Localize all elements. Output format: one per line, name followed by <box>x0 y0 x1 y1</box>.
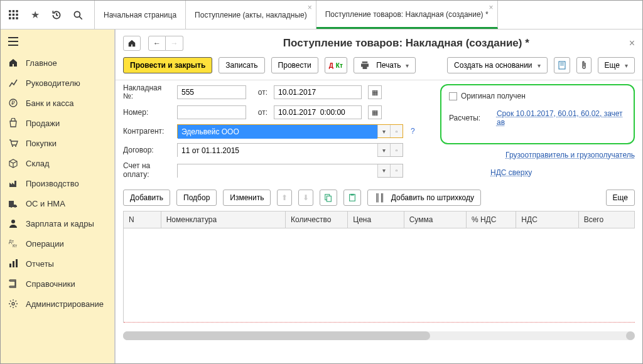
dropdown-icon[interactable]: ▾ <box>377 144 390 156</box>
close-icon[interactable]: × <box>308 3 312 12</box>
bars-icon <box>8 259 18 269</box>
svg-rect-30 <box>351 194 354 196</box>
contract-input[interactable] <box>178 144 377 158</box>
column-header[interactable]: НДС <box>516 211 578 228</box>
sidebar-item-factory[interactable]: Производство <box>1 173 114 193</box>
sidebar-item-truck[interactable]: ОС и НМА <box>1 193 114 213</box>
items-more-button[interactable]: Еще <box>606 190 635 206</box>
svg-rect-28 <box>327 196 332 201</box>
settlements-label: Расчеты: <box>449 114 497 122</box>
svg-rect-5 <box>16 13 18 15</box>
tab-receipts[interactable]: Поступление (акты, накладные)× <box>186 1 316 29</box>
close-icon[interactable]: × <box>489 3 494 12</box>
original-received-checkbox[interactable] <box>449 92 457 100</box>
tab-invoice-create[interactable]: Поступление товаров: Накладная (создание… <box>316 1 498 29</box>
star-icon[interactable]: ★ <box>30 9 41 21</box>
sidebar-item-person[interactable]: Зарплата и кадры <box>1 213 114 233</box>
more-button[interactable]: Еще <box>598 57 635 73</box>
number-input[interactable] <box>177 105 246 119</box>
copy-button[interactable] <box>320 190 337 206</box>
svg-rect-3 <box>9 13 11 15</box>
dropdown-icon[interactable]: ▾ <box>377 164 390 177</box>
search-icon[interactable] <box>72 9 84 21</box>
vat-link[interactable]: НДС сверху <box>490 168 532 177</box>
calendar-icon[interactable]: ▦ <box>368 105 382 119</box>
post-and-close-button[interactable]: Провести и закрыть <box>123 57 212 73</box>
column-header[interactable]: Сумма <box>404 211 467 228</box>
sidebar-item-label: Продажи <box>26 119 60 128</box>
sidebar-item-bag[interactable]: Продажи <box>1 113 114 133</box>
svg-rect-8 <box>16 17 18 19</box>
sidebar-item-bars[interactable]: Отчеты <box>1 254 114 274</box>
pick-button[interactable]: Подбор <box>176 190 217 206</box>
home-icon <box>8 58 18 68</box>
number-label: Номер: <box>123 109 173 117</box>
post-button[interactable]: Провести <box>271 57 318 73</box>
sidebar-item-home[interactable]: Главное <box>1 53 114 73</box>
home-button[interactable] <box>123 36 141 51</box>
open-icon[interactable]: ▫ <box>390 144 403 156</box>
sidebar-item-chart[interactable]: Руководителю <box>1 73 114 93</box>
column-header[interactable]: Количество <box>286 211 348 228</box>
dtkt-button[interactable]: ДКт <box>325 57 347 73</box>
print-button[interactable]: Печать <box>354 57 416 73</box>
move-up-button[interactable]: ⬆ <box>277 190 292 206</box>
ops-icon: ДтКт <box>8 238 18 249</box>
add-by-barcode-button[interactable]: ║║ Добавить по штрихкоду <box>367 190 481 206</box>
svg-rect-0 <box>9 10 11 12</box>
book-icon <box>8 279 18 289</box>
svg-rect-27 <box>325 195 330 200</box>
column-header[interactable]: Всего <box>579 211 635 228</box>
move-down-button[interactable]: ⬇ <box>298 190 313 206</box>
horizontal-scrollbar[interactable] <box>123 331 635 340</box>
help-icon[interactable]: ? <box>411 127 415 136</box>
svg-rect-7 <box>13 17 14 19</box>
add-item-button[interactable]: Добавить <box>123 190 170 206</box>
invoice-date-input[interactable] <box>274 85 362 99</box>
contract-label: Договор: <box>123 146 173 154</box>
settlements-panel: Оригинал получен Расчеты: Срок 10.01.201… <box>440 84 635 144</box>
sidebar-item-gear[interactable]: Администрирование <box>1 294 114 314</box>
open-icon[interactable]: ▫ <box>390 125 403 137</box>
report-button[interactable] <box>554 57 570 73</box>
close-page-button[interactable]: × <box>629 38 635 49</box>
shipper-link[interactable]: Грузоотправитель и грузополучатель <box>505 151 635 159</box>
column-header[interactable]: Цена <box>348 211 404 228</box>
sidebar-item-box[interactable]: Склад <box>1 153 114 173</box>
calendar-icon[interactable]: ▦ <box>368 85 382 99</box>
svg-rect-12 <box>8 45 18 46</box>
svg-point-15 <box>12 146 13 147</box>
counterparty-input[interactable] <box>178 125 377 139</box>
sidebar-item-book[interactable]: Справочники <box>1 274 114 294</box>
write-button[interactable]: Записать <box>219 57 264 73</box>
column-header[interactable]: % НДС <box>467 211 516 228</box>
sidebar-item-cart[interactable]: Покупки <box>1 133 114 153</box>
payment-account-input[interactable] <box>178 164 377 178</box>
settlements-link[interactable]: Срок 10.01.2017, 60.01, 60.02, зачет ав <box>497 109 626 127</box>
attach-button[interactable] <box>576 57 592 73</box>
from-label: от: <box>250 88 270 97</box>
edit-item-button[interactable]: Изменить <box>223 190 271 206</box>
column-header[interactable]: Номенклатура <box>161 211 286 228</box>
svg-rect-26 <box>560 65 564 65</box>
svg-rect-1 <box>13 10 14 12</box>
open-icon[interactable]: ▫ <box>390 164 403 177</box>
apps-icon[interactable] <box>8 9 19 21</box>
menu-toggle[interactable] <box>1 32 114 53</box>
table-body[interactable] <box>124 228 635 323</box>
back-button[interactable]: ← <box>148 36 166 51</box>
create-based-button[interactable]: Создать на основании <box>447 57 548 73</box>
from-label-2: от: <box>250 108 270 117</box>
tab-home[interactable]: Начальная страница <box>95 1 186 29</box>
history-icon[interactable] <box>51 9 62 21</box>
number-date-input[interactable] <box>274 105 362 119</box>
invoice-no-input[interactable] <box>177 85 246 99</box>
column-header[interactable]: N <box>124 211 161 228</box>
paste-button[interactable] <box>343 190 361 206</box>
sidebar-item-ops[interactable]: ДтКтОперации <box>1 233 114 254</box>
forward-button[interactable]: → <box>166 36 183 51</box>
svg-rect-21 <box>13 261 14 267</box>
dropdown-icon[interactable]: ▾ <box>377 125 390 137</box>
ruble-icon: ₽ <box>8 98 18 108</box>
sidebar-item-ruble[interactable]: ₽Банк и касса <box>1 93 114 113</box>
